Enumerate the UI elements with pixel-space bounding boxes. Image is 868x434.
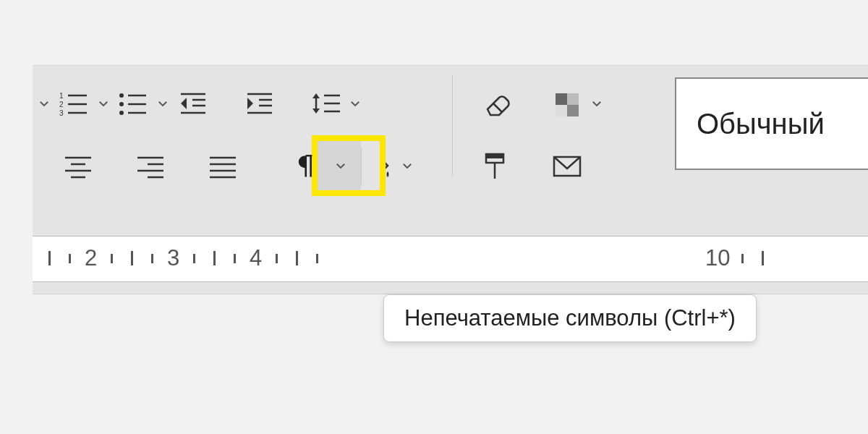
chevron-down-icon[interactable] (588, 89, 605, 118)
svg-rect-43 (486, 154, 503, 158)
decrease-indent-icon[interactable] (171, 83, 213, 124)
ruler-label: 10 (705, 245, 730, 271)
chevron-down-icon[interactable] (95, 89, 112, 118)
chevron-down-icon[interactable] (154, 89, 171, 118)
chevron-down-icon[interactable] (399, 151, 416, 180)
paragraph-style-label: Обычный (697, 108, 825, 140)
formatting-marks-button[interactable] (287, 145, 322, 186)
svg-rect-28 (567, 105, 579, 116)
eraser-icon[interactable] (475, 83, 517, 124)
mail-merge-icon[interactable] (546, 145, 588, 186)
tooltip-text: Непечатаемые символы (Ctrl+*) (404, 305, 736, 331)
color-theme-icon[interactable] (546, 83, 588, 124)
align-justify-icon[interactable] (202, 145, 244, 186)
svg-text:3: 3 (59, 109, 64, 117)
horizontal-ruler[interactable]: 2 3 4 10 (33, 236, 868, 282)
chevron-down-icon[interactable] (35, 89, 53, 118)
formatting-marks-dropdown[interactable] (332, 145, 349, 186)
numbered-list-icon[interactable]: 1 2 3 (53, 83, 95, 124)
highlight-box-dropdown (361, 135, 386, 196)
bulleted-list-icon[interactable] (112, 83, 154, 124)
svg-rect-27 (556, 105, 567, 116)
chevron-down-icon[interactable] (346, 89, 364, 118)
svg-text:2: 2 (59, 101, 64, 109)
format-paint-icon[interactable] (475, 145, 517, 186)
increase-indent-icon[interactable] (238, 83, 280, 124)
ruler-label: 2 (85, 245, 97, 271)
svg-line-24 (493, 103, 502, 112)
svg-point-7 (119, 102, 124, 106)
ruler-label: 4 (250, 245, 262, 271)
tooltip: Непечатаемые символы (Ctrl+*) (383, 294, 757, 342)
line-spacing-icon[interactable] (305, 83, 346, 124)
ruler-label: 3 (167, 245, 179, 271)
toolbar-separator (452, 75, 453, 176)
svg-point-8 (119, 111, 124, 115)
svg-rect-25 (556, 93, 567, 105)
paragraph-style-selector[interactable]: Обычный (675, 77, 868, 170)
align-right-icon[interactable] (129, 145, 171, 186)
svg-rect-26 (567, 93, 579, 105)
align-center-icon[interactable] (57, 145, 99, 186)
svg-point-6 (119, 93, 124, 98)
svg-text:1: 1 (59, 92, 64, 100)
